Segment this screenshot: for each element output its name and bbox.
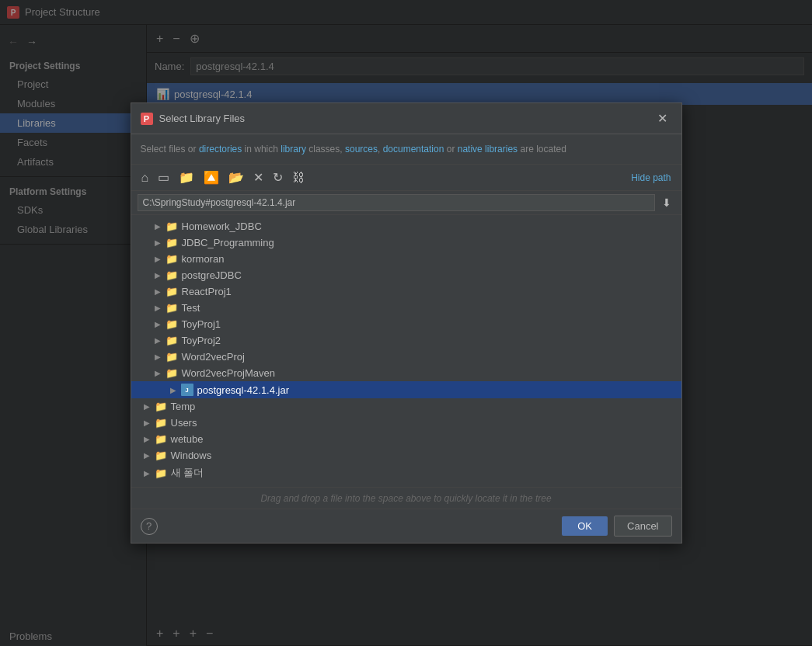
chevron-icon: ▶ xyxy=(155,255,162,263)
tree-item-word2vecproj[interactable]: ▶ 📁 Word2vecProj xyxy=(131,349,681,365)
folder-icon: 📁 xyxy=(166,351,178,363)
folder-icon: 📁 xyxy=(166,318,178,330)
tree-item-toyproj2[interactable]: ▶ 📁 ToyProj2 xyxy=(131,332,681,349)
tree-item-label: Word2vecProj xyxy=(182,351,245,363)
tree-item-label: kormoran xyxy=(182,253,225,265)
tree-item-label: ToyProj1 xyxy=(182,318,221,330)
tree-item-label: wetube xyxy=(171,433,204,445)
up-btn[interactable]: 🔼 xyxy=(200,168,223,187)
tree-item-new-folder[interactable]: ▶ 📁 새 폴더 xyxy=(131,464,681,482)
tree-item-jdbc-programming[interactable]: ▶ 📁 JDBC_Programming xyxy=(131,234,681,251)
dialog-title: Select Library Files xyxy=(159,113,653,124)
drag-drop-text: Drag and drop a file into the space abov… xyxy=(260,493,551,504)
refresh-btn[interactable]: ↻ xyxy=(269,168,287,187)
dialog-close-button[interactable]: ✕ xyxy=(653,109,672,127)
tree-item-label: Homework_JDBC xyxy=(182,221,262,232)
path-input[interactable] xyxy=(138,194,655,211)
folder-icon: 📁 xyxy=(166,367,178,379)
dialog-path-bar: ⬇ xyxy=(131,191,681,215)
folder-icon: 📁 xyxy=(166,302,178,314)
tree-item-test[interactable]: ▶ 📁 Test xyxy=(131,300,681,316)
folder-icon: 📁 xyxy=(155,417,167,429)
dialog-overlay: P Select Library Files ✕ Select files or… xyxy=(0,0,812,646)
chevron-icon: ▶ xyxy=(155,336,162,345)
folder-btn[interactable]: 📁 xyxy=(175,168,198,187)
tree-item-label: Test xyxy=(182,302,200,314)
folder-icon: 📁 xyxy=(155,467,167,479)
dialog-buttons: ? OK Cancel xyxy=(131,509,681,543)
highlight-native: native xyxy=(458,144,483,155)
file-tree: ▶ 📁 Homework_JDBC ▶ 📁 JDBC_Programming ▶… xyxy=(131,215,681,487)
dialog-titlebar: P Select Library Files ✕ xyxy=(131,103,681,134)
dialog-description: Select files or directories in which lib… xyxy=(131,134,681,165)
folder-icon: 📁 xyxy=(155,401,167,412)
cancel-button[interactable]: Cancel xyxy=(614,516,671,537)
highlight-libraries: libraries xyxy=(485,144,518,155)
desktop-btn[interactable]: ▭ xyxy=(154,168,173,187)
chevron-icon: ▶ xyxy=(155,271,162,280)
chevron-icon: ▶ xyxy=(155,353,162,361)
tree-item-label: Users xyxy=(171,417,197,429)
tree-item-homework-jdbc[interactable]: ▶ 📁 Homework_JDBC xyxy=(131,218,681,234)
tree-item-label: postgreJDBC xyxy=(182,269,242,281)
chevron-icon: ▶ xyxy=(170,386,178,394)
chevron-icon: ▶ xyxy=(155,369,162,377)
folder-icon: 📁 xyxy=(166,335,178,346)
chevron-icon: ▶ xyxy=(155,320,162,328)
highlight-library: library xyxy=(281,144,306,155)
chevron-icon: ▶ xyxy=(155,287,162,296)
highlight-sources: sources xyxy=(345,144,378,155)
hide-path-button[interactable]: Hide path xyxy=(627,170,674,186)
tree-item-temp[interactable]: ▶ 📁 Temp xyxy=(131,398,681,415)
dialog-footer: Drag and drop a file into the space abov… xyxy=(131,487,681,509)
chevron-icon: ▶ xyxy=(144,435,152,443)
highlight-documentation: documentation xyxy=(383,144,444,155)
chevron-icon: ▶ xyxy=(155,222,162,231)
tree-item-label: 새 폴더 xyxy=(171,466,204,480)
tree-item-postgreJDBC[interactable]: ▶ 📁 postgreJDBC xyxy=(131,267,681,283)
chevron-icon: ▶ xyxy=(144,402,152,411)
folder-icon: 📁 xyxy=(166,221,178,232)
tree-item-label: Windows xyxy=(171,450,212,461)
chevron-icon: ▶ xyxy=(144,451,152,460)
tree-item-label: postgresql-42.1.4.jar xyxy=(197,384,290,396)
tree-item-label: ToyProj2 xyxy=(182,335,221,346)
tree-item-kormoran[interactable]: ▶ 📁 kormoran xyxy=(131,251,681,267)
tree-item-label: ReactProj1 xyxy=(182,286,232,297)
tree-item-windows[interactable]: ▶ 📁 Windows xyxy=(131,447,681,464)
tree-item-toyproj1[interactable]: ▶ 📁 ToyProj1 xyxy=(131,316,681,332)
folder-icon: 📁 xyxy=(166,237,178,248)
tree-item-label: JDBC_Programming xyxy=(182,237,274,248)
download-icon[interactable]: ⬇ xyxy=(658,194,675,211)
folder-icon: 📁 xyxy=(166,286,178,297)
tree-item-label: Word2vecProjMaven xyxy=(182,367,275,379)
home-btn[interactable]: ⌂ xyxy=(138,168,153,187)
cancel-selection-btn[interactable]: ✕ xyxy=(249,168,267,187)
tree-item-users[interactable]: ▶ 📁 Users xyxy=(131,415,681,431)
dialog-toolbar: ⌂ ▭ 📁 🔼 📂 ✕ ↻ ⛓ Hide path xyxy=(131,165,681,191)
chevron-icon: ▶ xyxy=(155,304,162,312)
tree-item-label: Temp xyxy=(171,401,196,412)
tree-item-word2vecprojmaven[interactable]: ▶ 📁 Word2vecProjMaven xyxy=(131,365,681,381)
tree-item-reactproj1[interactable]: ▶ 📁 ReactProj1 xyxy=(131,283,681,300)
chevron-icon: ▶ xyxy=(155,238,162,247)
folder-icon: 📁 xyxy=(155,450,167,461)
new-folder-btn[interactable]: 📂 xyxy=(225,168,248,187)
jar-icon: J xyxy=(181,384,193,396)
chevron-icon: ▶ xyxy=(144,419,152,427)
chevron-icon: ▶ xyxy=(144,469,152,478)
help-button[interactable]: ? xyxy=(141,518,158,535)
dialog-icon: P xyxy=(141,113,153,125)
folder-icon: 📁 xyxy=(166,253,178,265)
tree-item-postgresql-jar[interactable]: ▶ J postgresql-42.1.4.jar xyxy=(131,381,681,398)
tree-item-wetube[interactable]: ▶ 📁 wetube xyxy=(131,431,681,447)
select-library-files-dialog: P Select Library Files ✕ Select files or… xyxy=(131,102,682,544)
ok-button[interactable]: OK xyxy=(562,516,608,536)
link-btn[interactable]: ⛓ xyxy=(288,168,308,187)
folder-icon: 📁 xyxy=(166,269,178,281)
highlight-directories: directories xyxy=(199,144,242,155)
folder-icon: 📁 xyxy=(155,433,167,445)
